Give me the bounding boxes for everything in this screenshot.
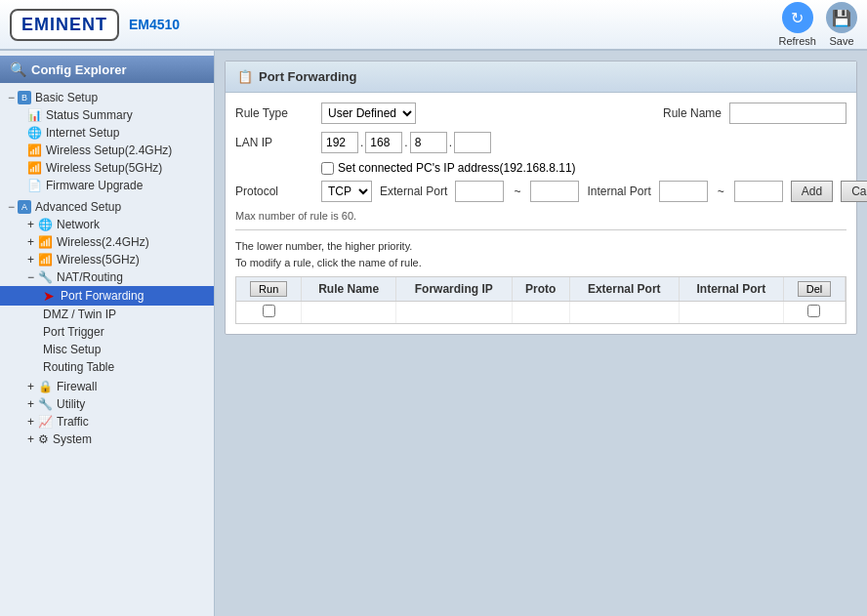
nat-routing-label: NAT/Routing [57,270,123,284]
wireless-24-adv-label: Wireless(2.4GHz) [57,235,149,249]
ip-field-1[interactable] [321,132,358,153]
panel-header: 📋 Port Forwarding [226,62,856,93]
col-run: Run [236,277,302,302]
ip-field-3[interactable] [410,132,447,153]
internal-port-from[interactable] [659,181,708,202]
port-trigger-label: Port Trigger [43,325,104,339]
nat-icon: 🔧 [38,270,53,284]
cancel-button[interactable]: Cancel [841,181,867,202]
rule-type-row: Rule Type User Defined Rule Name [235,103,846,124]
col-proto: Proto [512,277,569,302]
col-forwarding-ip: Forwarding IP [395,277,512,302]
misc-setup-label: Misc Setup [43,343,101,356]
rule-name-label: Rule Name [663,106,722,120]
lock-icon: 🔒 [38,380,53,393]
main-layout: 🔍 Config Explorer − B Basic Setup 📊 Stat… [0,51,867,616]
sidebar-item-status-summary[interactable]: 📊 Status Summary [0,106,214,124]
run-button[interactable]: Run [250,281,287,297]
header-actions: ↻ Refresh 💾 Save [778,2,857,47]
sidebar-item-system[interactable]: + ⚙ System [0,431,214,448]
expand-wifi24: + [27,235,34,249]
tilde-2: ~ [718,185,724,198]
lan-ip-label: LAN IP [235,136,313,149]
sidebar-item-wireless-5-adv[interactable]: + 📶 Wireless(5GHz) [0,251,214,268]
rule-type-select[interactable]: User Defined [321,103,416,124]
refresh-button[interactable]: ↻ Refresh [778,2,816,47]
expand-utility: + [27,397,34,411]
sidebar-item-wireless-24-adv[interactable]: + 📶 Wireless(2.4GHz) [0,233,214,251]
external-port-from[interactable] [455,181,504,202]
ip-field-4[interactable] [454,132,491,153]
logo: EMINENT [10,9,119,41]
rule-name-input[interactable] [729,103,846,124]
sidebar-item-firmware[interactable]: 📄 Firmware Upgrade [0,177,214,194]
cell-proto [512,302,569,324]
col-del: Del [783,277,845,302]
save-label: Save [829,35,853,47]
ip-field-2[interactable] [365,132,402,153]
external-port-label: External Port [380,185,447,198]
del-button[interactable]: Del [798,281,832,297]
table-header-row: Run Rule Name Forwarding IP Proto Extern… [236,277,846,302]
expand-nat: − [27,270,34,284]
checkbox-label: Set connected PC's IP address(192.168.8.… [338,161,576,175]
wifi24-icon: 📶 [27,144,42,157]
sidebar-item-utility[interactable]: + 🔧 Utility [0,395,214,413]
sidebar-item-traffic[interactable]: + 📈 Traffic [0,413,214,431]
add-button[interactable]: Add [791,181,833,202]
save-button[interactable]: 💾 Save [826,2,857,47]
sidebar-item-nat-routing[interactable]: − 🔧 NAT/Routing [0,268,214,286]
sidebar-item-internet-setup[interactable]: 🌐 Internet Setup [0,124,214,142]
arrow-icon: ➤ [43,288,55,304]
cell-ext-port [569,302,679,324]
protocol-label: Protocol [235,185,313,198]
advanced-setup-group[interactable]: − A Advanced Setup [0,198,214,216]
wireless-5-adv-label: Wireless(5GHz) [57,253,140,267]
sidebar-item-port-trigger[interactable]: Port Trigger [0,323,214,341]
ip-dot-1: . [360,136,363,149]
protocol-select[interactable]: TCP UDP [321,181,372,202]
rule-type-label: Rule Type [235,106,313,120]
expand-firewall: + [27,380,34,393]
panel-icon: 📋 [237,69,253,84]
port-forwarding-label: Port Forwarding [61,289,144,303]
cell-del-check [783,302,845,324]
sidebar-item-firewall[interactable]: + 🔒 Firewall [0,378,214,395]
col-external-port: External Port [569,277,679,302]
set-ip-checkbox[interactable] [321,162,334,175]
ip-dot-3: . [449,136,452,149]
traffic-icon: 📈 [38,415,53,429]
basic-icon: B [18,91,31,104]
sidebar-title-label: Config Explorer [31,62,127,77]
run-checkbox[interactable] [263,305,275,317]
wifi5-icon: 📶 [27,161,42,175]
content-panel: 📋 Port Forwarding Rule Type User Defined… [225,61,857,335]
dmz-label: DMZ / Twin IP [43,308,116,321]
sidebar-item-port-forwarding[interactable]: ➤ Port Forwarding [0,286,214,306]
internal-port-to[interactable] [734,181,783,202]
divider [235,229,846,230]
info-text: The lower number, the higher priority. T… [235,238,846,270]
sidebar-title: 🔍 Config Explorer [0,56,214,83]
expand-basic: − [8,91,15,104]
sidebar-item-wireless-5[interactable]: 📶 Wireless Setup(5GHz) [0,159,214,177]
expand-wifi5: + [27,253,34,267]
firmware-icon: 📄 [27,179,42,192]
network-icon: 🌐 [38,218,53,231]
sidebar-item-misc-setup[interactable]: Misc Setup [0,341,214,358]
table-row-empty [236,302,846,324]
utility-icon: 🔧 [38,397,53,411]
basic-setup-group[interactable]: − B Basic Setup [0,89,214,106]
del-checkbox[interactable] [807,305,820,317]
external-port-to[interactable] [530,181,579,202]
firmware-label: Firmware Upgrade [46,179,143,192]
header: EMINENT EM4510 ↻ Refresh 💾 Save [0,0,867,51]
sidebar-item-wireless-24[interactable]: 📶 Wireless Setup(2.4GHz) [0,142,214,159]
lan-ip-row: LAN IP . . . [235,132,846,153]
traffic-label: Traffic [57,415,89,429]
checkbox-row: Set connected PC's IP address(192.168.8.… [321,161,846,175]
sidebar-item-dmz[interactable]: DMZ / Twin IP [0,306,214,323]
sidebar: 🔍 Config Explorer − B Basic Setup 📊 Stat… [0,51,215,616]
sidebar-item-network[interactable]: + 🌐 Network [0,216,214,233]
sidebar-item-routing-table[interactable]: Routing Table [0,358,214,376]
